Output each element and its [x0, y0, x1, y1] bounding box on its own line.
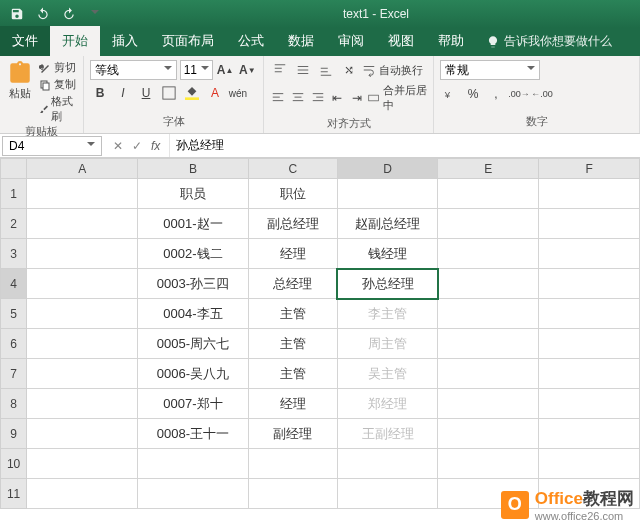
tab-layout[interactable]: 页面布局: [150, 26, 226, 56]
tab-view[interactable]: 视图: [376, 26, 426, 56]
select-all-corner[interactable]: [1, 159, 27, 179]
svg-rect-1: [43, 83, 49, 90]
chevron-down-icon: [527, 66, 535, 74]
ribbon: 粘贴 剪切 复制 格式刷 剪贴板 等线 11 A▲ A▼ B I U: [0, 56, 640, 134]
currency-icon: ¥: [443, 87, 457, 101]
row-4: 40003-孙三四总经理孙总经理: [1, 269, 640, 299]
merge-icon: [368, 91, 379, 105]
increase-font-button[interactable]: A▲: [216, 60, 235, 80]
undo-button[interactable]: [32, 3, 54, 25]
currency-button[interactable]: ¥: [440, 84, 460, 104]
row-8: 80007-郑十经理郑经理: [1, 389, 640, 419]
font-color-button[interactable]: A: [205, 83, 225, 103]
insert-function-button[interactable]: fx: [148, 139, 163, 153]
alignment-group-label: 对齐方式: [270, 116, 427, 133]
row-3: 30002-钱二经理钱经理: [1, 239, 640, 269]
tab-file[interactable]: 文件: [0, 26, 50, 56]
title-bar: text1 - Excel: [0, 0, 640, 28]
font-size-selector[interactable]: 11: [180, 60, 213, 80]
align-middle-button[interactable]: [293, 60, 313, 80]
font-group-label: 字体: [90, 114, 257, 131]
tab-help[interactable]: 帮助: [426, 26, 476, 56]
percent-button[interactable]: %: [463, 84, 483, 104]
confirm-edit-button[interactable]: ✓: [129, 139, 145, 153]
brush-icon: [39, 103, 48, 115]
align-right-button[interactable]: [309, 88, 326, 108]
col-header-A[interactable]: A: [27, 159, 138, 179]
svg-text:¥: ¥: [444, 89, 451, 100]
cut-button[interactable]: 剪切: [39, 60, 77, 75]
copy-button[interactable]: 复制: [39, 77, 77, 92]
group-alignment: ⤭ 自动换行 ⇤ ⇥ 合并后居中 对齐方式: [264, 56, 434, 133]
comma-button[interactable]: ,: [486, 84, 506, 104]
decrease-indent-button[interactable]: ⇤: [329, 88, 346, 108]
tab-insert[interactable]: 插入: [100, 26, 150, 56]
paste-button[interactable]: 粘贴: [6, 60, 35, 124]
increase-decimal-button[interactable]: .00→: [509, 84, 529, 104]
svg-rect-4: [369, 95, 379, 101]
col-header-F[interactable]: F: [539, 159, 640, 179]
fill-color-button[interactable]: [182, 83, 202, 103]
bold-button[interactable]: B: [90, 83, 110, 103]
tab-home[interactable]: 开始: [50, 26, 100, 56]
tell-me-label: 告诉我你想要做什么: [504, 33, 612, 50]
column-headers: A B C D E F: [1, 159, 640, 179]
number-format-selector[interactable]: 常规: [440, 60, 540, 80]
number-group-label: 数字: [440, 114, 633, 131]
col-header-C[interactable]: C: [248, 159, 337, 179]
group-font: 等线 11 A▲ A▼ B I U A wén 字体: [84, 56, 264, 133]
chevron-down-icon: [201, 66, 209, 74]
align-center-button[interactable]: [290, 88, 307, 108]
decrease-decimal-button[interactable]: ←.00: [532, 84, 552, 104]
worksheet-grid[interactable]: A B C D E F 1职员职位 20001-赵一副总经理赵副总经理 3000…: [0, 158, 640, 528]
save-button[interactable]: [6, 3, 28, 25]
watermark: O Office教程网 www.office26.com: [501, 487, 634, 522]
align-left-button[interactable]: [270, 88, 287, 108]
paste-icon: [7, 60, 33, 86]
font-name-selector[interactable]: 等线: [90, 60, 177, 80]
align-bottom-button[interactable]: [316, 60, 336, 80]
svg-rect-3: [185, 97, 199, 100]
row-1: 1职员职位: [1, 179, 640, 209]
chevron-down-icon: [87, 142, 95, 150]
col-header-B[interactable]: B: [138, 159, 249, 179]
row-7: 70006-吴八九主管吴主管: [1, 359, 640, 389]
ribbon-tabs: 文件 开始 插入 页面布局 公式 数据 审阅 视图 帮助 告诉我你想要做什么: [0, 28, 640, 56]
redo-button[interactable]: [58, 3, 80, 25]
col-header-D[interactable]: D: [337, 159, 438, 179]
underline-button[interactable]: U: [136, 83, 156, 103]
phonetic-button[interactable]: wén: [228, 83, 248, 103]
align-top-button[interactable]: [270, 60, 290, 80]
border-button[interactable]: [159, 83, 179, 103]
format-painter-button[interactable]: 格式刷: [39, 94, 77, 124]
orientation-button[interactable]: ⤭: [339, 60, 359, 80]
svg-rect-2: [163, 87, 175, 99]
watermark-url: www.office26.com: [535, 510, 634, 522]
group-clipboard: 粘贴 剪切 复制 格式刷 剪贴板: [0, 56, 84, 133]
col-header-E[interactable]: E: [438, 159, 539, 179]
row-5: 50004-李五主管李主管: [1, 299, 640, 329]
formula-bar: D4 ✕ ✓ fx 孙总经理: [0, 134, 640, 158]
qat-customize-button[interactable]: [84, 3, 106, 25]
row-10: 10: [1, 449, 640, 479]
merge-center-button[interactable]: 合并后居中: [368, 83, 427, 113]
increase-indent-button[interactable]: ⇥: [349, 88, 366, 108]
tab-review[interactable]: 审阅: [326, 26, 376, 56]
tab-formulas[interactable]: 公式: [226, 26, 276, 56]
tab-data[interactable]: 数据: [276, 26, 326, 56]
watermark-logo-icon: O: [501, 491, 529, 519]
group-number: 常规 ¥ % , .00→ ←.00 数字: [434, 56, 640, 133]
bucket-icon: [185, 86, 199, 100]
italic-button[interactable]: I: [113, 83, 133, 103]
name-box[interactable]: D4: [2, 136, 102, 156]
wrap-text-button[interactable]: 自动换行: [362, 63, 423, 78]
formula-input[interactable]: 孙总经理: [169, 134, 640, 157]
decrease-font-button[interactable]: A▼: [238, 60, 257, 80]
quick-access-toolbar: [0, 3, 112, 25]
active-cell[interactable]: 孙总经理: [337, 269, 438, 299]
tell-me-search[interactable]: 告诉我你想要做什么: [476, 27, 622, 56]
lightbulb-icon: [486, 35, 500, 49]
document-title: text1 - Excel: [112, 7, 640, 21]
cancel-edit-button[interactable]: ✕: [110, 139, 126, 153]
paste-label: 粘贴: [9, 86, 31, 101]
